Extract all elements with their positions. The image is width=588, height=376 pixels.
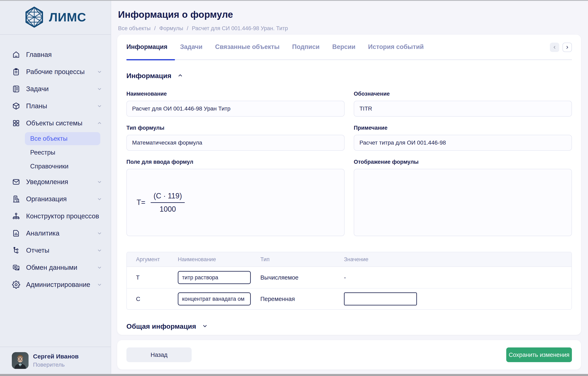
table-header-row: Аргумент Наименование Тип Значение <box>127 252 571 267</box>
sidebar-subitem-registries[interactable]: Реестры <box>12 146 103 159</box>
chevron-down-icon <box>96 230 103 236</box>
chevron-down-icon <box>96 103 103 109</box>
tab-event-history[interactable]: История событий <box>368 43 424 51</box>
name-input[interactable] <box>126 101 345 117</box>
sidebar-item-label: Администрирование <box>26 281 91 289</box>
tabs-next-button[interactable] <box>563 43 572 52</box>
sidebar-item-system-objects[interactable]: Объекты системы <box>12 115 103 132</box>
logo[interactable]: ЛИМС <box>0 0 111 35</box>
sidebar-item-plans[interactable]: Планы <box>12 97 103 115</box>
sidebar-item-analytics[interactable]: Аналитика <box>12 225 103 242</box>
sidebar-item-workflows[interactable]: Рабочие процессы <box>12 63 103 80</box>
sidebar-subitem-all-objects[interactable]: Все объекты <box>12 132 103 146</box>
sidebar-item-label: Конструктор процессов <box>26 212 103 220</box>
formula-denominator: 1000 <box>160 203 176 213</box>
building-icon <box>12 195 20 203</box>
sidebar-item-reports[interactable]: Отчеты <box>12 242 103 259</box>
argument-value-input[interactable] <box>344 292 417 305</box>
window-bottom-edge <box>0 374 588 376</box>
main-content: Информация о формуле Все объекты / Форму… <box>112 0 588 374</box>
chevron-down-icon <box>202 323 208 330</box>
table-row: T Вычисляемое - <box>127 267 571 288</box>
field-label: Примечание <box>354 125 572 131</box>
formula-fraction: (C · 119) 1000 <box>151 192 185 213</box>
sidebar-item-data-exchange[interactable]: Обмен данными <box>12 259 103 276</box>
field-label: Отображение формулы <box>354 159 572 165</box>
breadcrumb-separator: / <box>185 25 190 31</box>
formula-type-input[interactable] <box>126 135 345 151</box>
name-cell <box>178 292 260 305</box>
name-cell <box>178 271 260 284</box>
save-changes-button[interactable]: Сохранить изменения <box>506 347 572 362</box>
column-header-name: Наименование <box>178 256 260 263</box>
sidebar-item-home[interactable]: Главная <box>12 46 103 63</box>
column-header-value: Значение <box>344 256 571 263</box>
formula-lhs: T= <box>136 198 145 207</box>
tabs: Информация Задачи Связанные объекты Подп… <box>126 43 424 51</box>
field-name: Наименование <box>126 91 345 117</box>
sidebar-item-notifications[interactable]: Уведомления <box>12 173 103 190</box>
breadcrumb-all-objects[interactable]: Все объекты <box>118 25 150 31</box>
field-formula-type: Тип формулы <box>126 125 345 151</box>
sidebar-item-label: Обмен данными <box>26 264 91 272</box>
back-button[interactable]: Назад <box>126 347 192 362</box>
tab-scroll-arrows <box>550 43 572 52</box>
chevron-down-icon <box>96 86 103 92</box>
column-header-argument: Аргумент <box>136 256 178 263</box>
cube-icon <box>12 102 20 110</box>
user-role: Поверитель <box>33 362 79 368</box>
flow-branch-icon <box>12 246 20 255</box>
gear-icon <box>12 280 20 289</box>
field-formula-display: Отображение формулы <box>354 159 572 236</box>
data-exchange-icon <box>12 263 20 272</box>
sidebar-item-process-builder[interactable]: Конструктор процессов <box>12 208 103 225</box>
tab-versions[interactable]: Версии <box>332 43 355 51</box>
sidebar-item-organization[interactable]: Организация <box>12 190 103 208</box>
sidebar-item-tasks[interactable]: Задачи <box>12 80 103 97</box>
general-info-section-header[interactable]: Общая информация <box>126 322 572 330</box>
designation-input[interactable] <box>354 101 572 117</box>
user-profile[interactable]: Сергей Иванов Поверитель <box>0 347 111 374</box>
action-bar: Назад Сохранить изменения <box>117 340 581 369</box>
tab-information[interactable]: Информация <box>126 43 167 51</box>
tab-tasks[interactable]: Задачи <box>180 43 202 51</box>
tabs-divider <box>126 60 572 60</box>
chevron-down-icon <box>96 282 103 288</box>
field-label: Обозначение <box>354 91 572 97</box>
formula-editor[interactable]: T= (C · 119) 1000 <box>126 169 345 236</box>
sidebar-item-label: Организация <box>26 195 91 203</box>
field-label: Наименование <box>126 91 345 97</box>
window-top-edge <box>0 0 588 1</box>
field-label: Поле для ввода формул <box>126 159 345 165</box>
page-title: Информация о формуле <box>118 9 588 20</box>
clipboard-icon <box>12 67 20 76</box>
field-formula-input: Поле для ввода формул T= (C · 119) 1000 <box>126 159 345 236</box>
active-tab-underline <box>126 59 175 60</box>
sidebar-subitem-directories[interactable]: Справочники <box>12 159 103 173</box>
argument-cell: T <box>136 274 178 281</box>
avatar <box>12 352 29 369</box>
chevron-down-icon <box>96 69 103 75</box>
grid-icon <box>12 119 20 127</box>
sitemap-icon <box>12 212 20 220</box>
tab-signatures[interactable]: Подписи <box>292 43 320 51</box>
chevron-up-icon <box>177 72 183 79</box>
chevron-right-icon <box>565 45 569 50</box>
user-name: Сергей Иванов <box>33 353 79 360</box>
information-section-header[interactable]: Информация <box>126 72 572 80</box>
value-cell: - <box>344 274 571 281</box>
envelope-icon <box>12 178 20 186</box>
chevron-down-icon <box>96 196 103 202</box>
argument-name-input[interactable] <box>178 271 251 284</box>
breadcrumb-formulas[interactable]: Формулы <box>159 25 183 31</box>
chart-document-icon <box>12 229 20 238</box>
sidebar-item-administration[interactable]: Администрирование <box>12 276 103 293</box>
tabs-prev-button[interactable] <box>550 43 559 52</box>
sidebar-subitem-label: Справочники <box>12 163 69 170</box>
sidebar-item-label: Уведомления <box>26 178 91 186</box>
argument-name-input[interactable] <box>178 292 251 305</box>
sidebar-item-label: Задачи <box>26 85 91 93</box>
tab-related-objects[interactable]: Связанные объекты <box>215 43 280 51</box>
note-input[interactable] <box>354 135 572 151</box>
chevron-up-icon <box>96 120 103 126</box>
